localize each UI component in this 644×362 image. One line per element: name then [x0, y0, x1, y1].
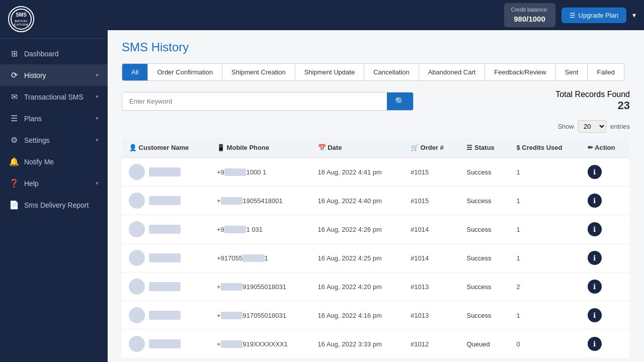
avatar	[129, 307, 145, 323]
sidebar-item-label: History	[24, 71, 46, 79]
bell-icon: 🔔	[9, 157, 19, 166]
col-status: ☰ Status	[459, 138, 509, 158]
avatar	[129, 336, 145, 352]
upgrade-plan-button[interactable]: ☰ Upgrade Plan	[561, 8, 627, 23]
sidebar-item-label: Notify Me	[24, 158, 54, 166]
info-button[interactable]: ℹ	[588, 251, 602, 265]
email-icon: ✉	[9, 92, 19, 102]
credit-balance: Credit balance: 980/1000	[504, 3, 555, 27]
sidebar-item-label: Help	[24, 179, 39, 188]
sidebar-item-transactional-sms[interactable]: ✉ Transactional SMS ▾	[0, 86, 108, 108]
col-order: 🛒 Order #	[404, 138, 460, 158]
customer-cell	[122, 158, 210, 187]
upgrade-icon: ☰	[570, 12, 576, 19]
topbar-dropdown-arrow[interactable]: ▾	[632, 11, 636, 19]
tab-cancellation[interactable]: Cancellation	[364, 64, 419, 80]
info-button[interactable]: ℹ	[588, 308, 602, 322]
info-button[interactable]: ℹ	[588, 337, 602, 351]
dashboard-icon: ⊞	[9, 49, 19, 58]
table-row: + 919055018031 16 Aug, 2022 4:20 pm #101…	[122, 273, 630, 301]
avatar	[129, 221, 145, 237]
date-cell: 16 Aug, 2022 4:26 pm	[311, 215, 404, 244]
sidebar-item-label: Settings	[24, 136, 50, 144]
order-cell: #1015	[404, 158, 460, 187]
avatar	[129, 193, 145, 209]
svg-text:CATION: CATION	[14, 23, 29, 26]
customer-cell	[122, 187, 210, 215]
entries-suffix: entries	[610, 123, 630, 130]
date-cell: 16 Aug, 2022 4:20 pm	[311, 273, 404, 301]
action-icon: ✏	[588, 144, 593, 151]
chevron-down-icon: ▾	[96, 72, 99, 78]
tab-order-confirmation[interactable]: Order Confirmation	[148, 64, 222, 80]
sidebar-item-sms-delivery[interactable]: 📄 Sms Delivery Report	[0, 194, 108, 216]
customer-name	[149, 282, 181, 291]
phone-cell: +917055 1	[210, 244, 311, 273]
search-box: 🔍	[122, 92, 414, 111]
phone-number: + 919055018031	[217, 283, 286, 291]
phone-cell: + 919055018031	[210, 273, 311, 301]
entries-per-page-select[interactable]: 10 20 50 100	[578, 120, 606, 133]
order-cell: #1012	[404, 330, 460, 358]
credits-cell: 0	[509, 330, 580, 358]
search-input[interactable]	[122, 93, 387, 110]
customer-cell	[122, 330, 210, 358]
sidebar-item-history[interactable]: ⟳ History ▾	[0, 64, 108, 86]
status-cell: Success	[459, 273, 509, 301]
sidebar-item-dashboard[interactable]: ⊞ Dashboard	[0, 43, 108, 64]
table-row: +9 1000 1 16 Aug, 2022 4:41 pm #1015 Suc…	[122, 158, 630, 187]
col-credits: $ Credits Used	[509, 138, 580, 158]
tab-all[interactable]: All	[122, 64, 148, 80]
tab-shipment-update[interactable]: Shipment Update	[295, 64, 364, 80]
table-row: + 917055018031 16 Aug, 2022 4:16 pm #101…	[122, 301, 630, 330]
credits-icon: $	[516, 144, 520, 151]
cart-icon: 🛒	[411, 144, 419, 151]
main-content: Credit balance: 980/1000 ☰ Upgrade Plan …	[108, 0, 644, 362]
phone-cell: + 19055418001	[210, 187, 311, 215]
sidebar-item-label: Plans	[24, 115, 42, 123]
sidebar-nav: ⊞ Dashboard ⟳ History ▾ ✉ Transactional …	[0, 39, 108, 216]
date-cell: 16 Aug, 2022 3:33 pm	[311, 330, 404, 358]
search-button[interactable]: 🔍	[387, 93, 413, 110]
col-customer: 👤 Customer Name	[122, 138, 210, 158]
status-cell: Success	[459, 244, 509, 273]
action-cell: ℹ	[581, 244, 630, 273]
sidebar-item-notify-me[interactable]: 🔔 Notify Me	[0, 151, 108, 172]
action-cell: ℹ	[581, 301, 630, 330]
col-date: 📅 Date	[311, 138, 404, 158]
sidebar-item-plans[interactable]: ☰ Plans ▾	[0, 108, 108, 129]
sidebar-item-help[interactable]: ❓ Help ▾	[0, 172, 108, 194]
action-cell: ℹ	[581, 158, 630, 187]
action-cell: ℹ	[581, 187, 630, 215]
table-row: + 919XXXXXXX1 16 Aug, 2022 3:33 pm #1012…	[122, 330, 630, 358]
avatar	[129, 250, 145, 266]
tab-failed[interactable]: Failed	[588, 64, 623, 80]
topbar: Credit balance: 980/1000 ☰ Upgrade Plan …	[108, 0, 644, 30]
status-cell: Success	[459, 158, 509, 187]
info-button[interactable]: ℹ	[588, 165, 602, 179]
date-cell: 16 Aug, 2022 4:16 pm	[311, 301, 404, 330]
search-row: 🔍 Total Records Found 23	[122, 90, 630, 112]
credits-cell: 1	[509, 215, 580, 244]
info-button[interactable]: ℹ	[588, 222, 602, 236]
customer-name	[149, 311, 181, 320]
sidebar-item-settings[interactable]: ⚙ Settings ▾	[0, 129, 108, 151]
info-button[interactable]: ℹ	[588, 194, 602, 208]
tab-feedback-review[interactable]: Feedback/Review	[485, 64, 555, 80]
report-icon: 📄	[9, 200, 19, 210]
tab-sent[interactable]: Sent	[556, 64, 588, 80]
phone-number: +917055 1	[217, 254, 268, 262]
tab-shipment-creation[interactable]: Shipment Creation	[222, 64, 295, 80]
tab-abandoned-cart[interactable]: Abandoned Cart	[419, 64, 486, 80]
chevron-down-icon: ▾	[96, 180, 99, 187]
order-cell: #1013	[404, 301, 460, 330]
info-button[interactable]: ℹ	[588, 280, 602, 294]
date-cell: 16 Aug, 2022 4:41 pm	[311, 158, 404, 187]
avatar	[129, 164, 145, 180]
calendar-icon: 📅	[318, 144, 326, 151]
action-cell: ℹ	[581, 273, 630, 301]
credit-label: Credit balance:	[511, 6, 548, 14]
phone-cell: +9 1000 1	[210, 158, 311, 187]
action-cell: ℹ	[581, 330, 630, 358]
order-cell: #1014	[404, 244, 460, 273]
